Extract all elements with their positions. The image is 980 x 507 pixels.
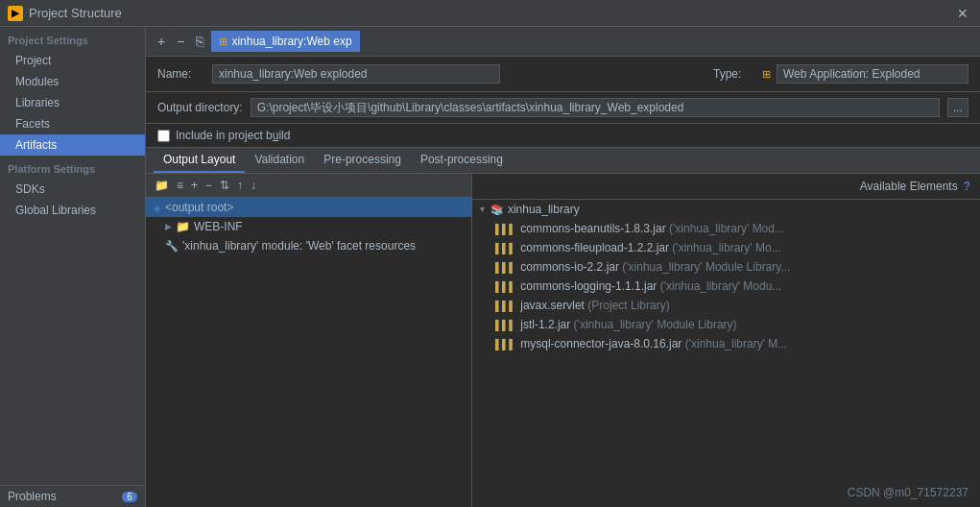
output-root-icon: ◈ (154, 203, 161, 213)
avail-item-label-3: commons-logging-1.1.1.jar ('xinhua_libra… (520, 279, 781, 293)
tree-folder-btn[interactable]: 📁 (152, 178, 172, 193)
artifact-toolbar: + − ⎘ ⊞ xinhua_library:Web exp (146, 27, 980, 57)
sidebar-item-artifacts[interactable]: Artifacts (0, 134, 145, 156)
close-button[interactable]: ✕ (953, 4, 972, 23)
avail-item-label-0: commons-beanutils-1.8.3.jar ('xinhua_lib… (520, 222, 784, 235)
tree-item-output-root[interactable]: ◈ <output root> (146, 198, 471, 217)
tree-toolbar: 📁 ≡ + − ⇅ ↑ ↓ (146, 174, 471, 198)
tab-post-processing[interactable]: Post-processing (411, 148, 513, 173)
webinf-label: WEB-INF (194, 220, 243, 233)
tree-panel: 📁 ≡ + − ⇅ ↑ ↓ ◈ <output root> ▶ 📁 (146, 174, 472, 507)
name-label: Name: (157, 67, 201, 81)
available-header: Available Elements ? (472, 174, 980, 200)
copy-artifact-button[interactable]: ⎘ (192, 32, 207, 51)
webinf-chevron: ▶ (165, 222, 172, 231)
avail-item-6[interactable]: ▌▌▌ mysql-connector-java-8.0.16.jar ('xi… (472, 334, 980, 353)
parent-node-label: xinhua_library (508, 203, 580, 216)
help-icon[interactable]: ? (964, 180, 970, 193)
type-icon: ⊞ (762, 68, 771, 81)
facet-icon: 🔧 (165, 240, 179, 253)
avail-item-label-6: mysql-connector-java-8.0.16.jar ('xinhua… (520, 337, 787, 350)
tree-item-webinf[interactable]: ▶ 📁 WEB-INF (146, 217, 471, 236)
right-panel: + − ⎘ ⊞ xinhua_library:Web exp Name: Typ… (146, 27, 980, 507)
platform-settings-label: Platform Settings (0, 156, 145, 179)
available-elements-label: Available Elements (860, 180, 958, 193)
name-input[interactable] (212, 64, 500, 84)
problems-label: Problems (8, 490, 57, 503)
type-select[interactable]: Web Application: Exploded (777, 64, 968, 84)
sidebar-item-global-libraries[interactable]: Global Libraries (0, 200, 145, 221)
name-type-row: Name: Type: ⊞ Web Application: Exploded (146, 57, 980, 92)
tree-add-btn[interactable]: + (188, 178, 201, 193)
browse-folder-button[interactable]: ... (947, 98, 968, 117)
type-wrapper: Type: ⊞ Web Application: Exploded (713, 64, 968, 84)
avail-item-3[interactable]: ▌▌▌ commons-logging-1.1.1.jar ('xinhua_l… (472, 277, 980, 296)
folder-icon: 📁 (176, 220, 190, 233)
avail-item-4[interactable]: ▌▌▌ javax.servlet (Project Library) (472, 296, 980, 315)
type-label: Type: (713, 67, 756, 81)
jar-icon-6: ▌▌▌ (495, 339, 515, 350)
avail-item-label-2: commons-io-2.2.jar ('xinhua_library' Mod… (520, 260, 790, 274)
title-bar: ▶ Project Structure ✕ (0, 0, 980, 27)
jar-icon-0: ▌▌▌ (495, 224, 515, 234)
available-panel: Available Elements ? ▼ 📚 xinhua_library … (472, 174, 980, 507)
jar-icon-3: ▌▌▌ (495, 281, 515, 292)
artifact-name: xinhua_library:Web exp (231, 35, 351, 48)
output-dir-label: Output directory: (157, 101, 243, 114)
tree-sort-btn[interactable]: ⇅ (217, 178, 232, 193)
avail-item-label-4: javax.servlet (Project Library) (520, 299, 669, 312)
output-dir-input[interactable] (251, 98, 940, 117)
main-container: Project Settings Project Modules Librari… (0, 27, 980, 507)
sidebar-problems[interactable]: Problems 6 (0, 485, 145, 507)
tree-item-facet-resources[interactable]: 🔧 'xinhua_library' module: 'Web' facet r… (146, 236, 471, 255)
title-bar-left: ▶ Project Structure (8, 6, 122, 21)
facet-resources-label: 'xinhua_library' module: 'Web' facet res… (182, 239, 416, 253)
tab-output-layout[interactable]: Output Layout (154, 148, 245, 173)
tree-down-btn[interactable]: ↓ (248, 178, 259, 193)
tab-validation[interactable]: Validation (245, 148, 314, 173)
tree-content: ◈ <output root> ▶ 📁 WEB-INF 🔧 'xinhua_li… (146, 198, 471, 507)
artifact-type-icon: ⊞ (219, 36, 227, 48)
sidebar-item-project[interactable]: Project (0, 50, 145, 71)
sidebar-item-libraries[interactable]: Libraries (0, 92, 145, 113)
include-in-build-label[interactable]: Include in project build (176, 129, 290, 142)
watermark: CSDN @m0_71572237 (848, 486, 968, 499)
output-root-label: <output root> (165, 201, 233, 214)
include-in-build-checkbox[interactable] (157, 130, 170, 142)
parent-chevron: ▼ (478, 205, 487, 214)
app-icon: ▶ (8, 6, 23, 21)
window-title: Project Structure (29, 6, 122, 20)
avail-item-2[interactable]: ▌▌▌ commons-io-2.2.jar ('xinhua_library'… (472, 257, 980, 277)
avail-item-1[interactable]: ▌▌▌ commons-fileupload-1.2.2.jar ('xinhu… (472, 238, 980, 257)
lib-icon: 📚 (490, 204, 504, 216)
available-parent-node[interactable]: ▼ 📚 xinhua_library (472, 200, 980, 219)
tree-list-btn[interactable]: ≡ (174, 178, 186, 193)
avail-item-5[interactable]: ▌▌▌ jstl-1.2.jar ('xinhua_library' Modul… (472, 315, 980, 334)
output-layout-content: 📁 ≡ + − ⇅ ↑ ↓ ◈ <output root> ▶ 📁 (146, 174, 980, 507)
include-in-build-row: Include in project build (146, 124, 980, 148)
remove-artifact-button[interactable]: − (173, 32, 188, 51)
jar-icon-5: ▌▌▌ (495, 320, 515, 330)
jar-icon-1: ▌▌▌ (495, 243, 515, 254)
avail-item-label-1: commons-fileupload-1.2.2.jar ('xinhua_li… (520, 241, 780, 254)
tabs-bar: Output Layout Validation Pre-processing … (146, 148, 980, 174)
sidebar: Project Settings Project Modules Librari… (0, 27, 146, 507)
sidebar-item-sdks[interactable]: SDKs (0, 179, 145, 200)
project-settings-label: Project Settings (0, 27, 145, 50)
jar-icon-4: ▌▌▌ (495, 301, 515, 311)
output-dir-row: Output directory: ... (146, 92, 980, 124)
tab-pre-processing[interactable]: Pre-processing (314, 148, 411, 173)
available-tree: ▼ 📚 xinhua_library ▌▌▌ commons-beanutils… (472, 200, 980, 507)
tree-remove-btn[interactable]: − (203, 178, 215, 193)
jar-icon-2: ▌▌▌ (495, 262, 515, 273)
sidebar-item-modules[interactable]: Modules (0, 71, 145, 92)
tree-up-btn[interactable]: ↑ (234, 178, 246, 193)
sidebar-item-facets[interactable]: Facets (0, 113, 145, 134)
problems-badge: 6 (122, 492, 137, 502)
add-artifact-button[interactable]: + (154, 32, 169, 51)
avail-item-0[interactable]: ▌▌▌ commons-beanutils-1.8.3.jar ('xinhua… (472, 219, 980, 238)
artifact-list-item[interactable]: ⊞ xinhua_library:Web exp (211, 31, 359, 52)
avail-item-label-5: jstl-1.2.jar ('xinhua_library' Module Li… (520, 318, 736, 331)
